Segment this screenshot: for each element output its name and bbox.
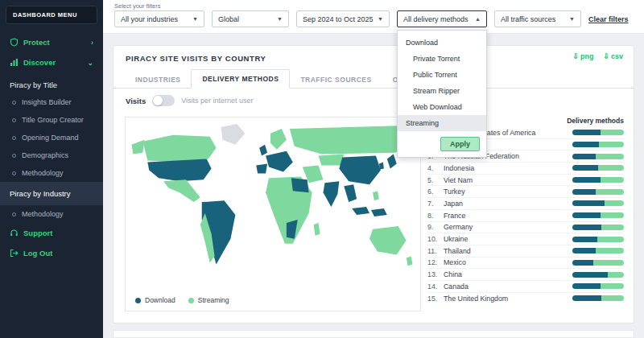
- country-name: Viet Nam: [444, 176, 572, 184]
- visits-toggle-switch[interactable]: [152, 95, 175, 106]
- sidebar-item-methodology-industry[interactable]: Methodology: [0, 205, 103, 223]
- legend-label: Streaming: [198, 296, 229, 304]
- delivery-methods-filter-dropdown[interactable]: All delivery methods ▲: [397, 10, 487, 27]
- download-csv-link[interactable]: ⇩ csv: [603, 52, 623, 60]
- rank-number: 9.: [427, 223, 444, 231]
- chevron-up-icon: ▲: [475, 16, 481, 22]
- country-rank-row[interactable]: 9. Germany: [427, 222, 624, 234]
- sidebar-item-support[interactable]: Support: [0, 223, 103, 243]
- country-rank-row[interactable]: 7. Japan: [427, 198, 624, 210]
- bar-chart-icon: [10, 58, 19, 67]
- country-name: Ukraine: [444, 235, 572, 243]
- download-bar-segment: [572, 130, 601, 135]
- country-rank-row[interactable]: 4. Indonesia: [427, 163, 624, 175]
- sidebar-item-label: Demographics: [22, 151, 68, 159]
- delivery-methods-bar: [572, 260, 624, 266]
- streaming-bar-segment: [601, 130, 624, 135]
- country-name: Mexico: [444, 258, 572, 266]
- country-rank-row[interactable]: 15. The United Kingdom: [427, 293, 624, 305]
- download-legend-dot: [135, 298, 141, 303]
- download-png-link[interactable]: ⇩ png: [572, 52, 593, 60]
- sidebar-item-opening-demand[interactable]: Opening Demand: [0, 129, 103, 146]
- apply-button[interactable]: Apply: [440, 137, 480, 151]
- clear-filters-link[interactable]: Clear filters: [588, 15, 629, 23]
- streaming-bar-segment: [596, 154, 624, 159]
- sidebar-item-methodology-title[interactable]: Methodology: [0, 164, 103, 182]
- delivery-methods-bar: [572, 130, 624, 135]
- streaming-bar-segment: [601, 212, 624, 218]
- menu-option-private-torrent[interactable]: Private Torrent: [398, 51, 486, 67]
- menu-option-stream-ripper[interactable]: Stream Ripper: [398, 83, 486, 99]
- country-name: Thailand: [444, 247, 572, 255]
- rank-number: 12.: [427, 258, 444, 266]
- delivery-methods-bar: [572, 272, 624, 278]
- sidebar-item-piracy-by-industry[interactable]: Piracy by Industry: [0, 182, 103, 205]
- country-name: China: [444, 270, 572, 278]
- dropdown-value: All traffic sources: [501, 15, 555, 23]
- sidebar-item-insights-builder[interactable]: Insights Builder: [0, 93, 103, 111]
- tab-delivery-methods[interactable]: DELIVERY METHODS: [191, 69, 290, 89]
- menu-option-public-torrent[interactable]: Public Torrent: [398, 67, 486, 83]
- country-rank-row[interactable]: 14. Canada: [427, 281, 624, 293]
- traffic-sources-filter-dropdown[interactable]: All traffic sources ▼: [494, 10, 581, 27]
- rank-number: 11.: [427, 247, 444, 255]
- panel-title: PIRACY SITE VISITS BY COUNTRY: [126, 54, 266, 63]
- sidebar-item-protect[interactable]: Protect ›: [0, 32, 103, 52]
- rank-number: 10.: [427, 235, 444, 243]
- dropdown-value: All delivery methods: [403, 15, 469, 23]
- download-bar-segment: [572, 142, 599, 147]
- bullet-icon: [12, 136, 16, 140]
- sidebar: DASHBOARD MENU Protect › Discover ⌄ Pira…: [0, 0, 103, 338]
- streaming-bar-segment: [601, 225, 624, 230]
- country-rank-row[interactable]: 6. Turkey: [427, 186, 624, 198]
- streaming-bar-segment: [608, 272, 624, 278]
- visits-label: Visits: [126, 97, 146, 105]
- sidebar-item-label: Methodology: [22, 210, 64, 218]
- delivery-methods-bar: [572, 177, 624, 183]
- country-rank-row[interactable]: 11. Thailand: [427, 245, 624, 258]
- streaming-bar-segment: [605, 200, 624, 206]
- menu-option-web-download[interactable]: Web Download: [398, 99, 486, 115]
- rank-number: 5.: [427, 176, 444, 184]
- sidebar-item-demographics[interactable]: Demographics: [0, 146, 103, 164]
- streaming-bar-segment: [598, 165, 624, 171]
- download-bar-segment: [572, 165, 598, 171]
- sidebar-item-log-out[interactable]: Log Out: [0, 243, 103, 263]
- sidebar-item-label: Opening Demand: [22, 134, 79, 142]
- country-name: The United Kingdom: [444, 295, 572, 303]
- visits-per-user-label: Visits per internet user: [181, 97, 253, 105]
- country-rank-row[interactable]: 8. France: [427, 210, 624, 222]
- dropdown-value: All your industries: [121, 15, 178, 23]
- delivery-methods-bar: [572, 295, 624, 301]
- bullet-icon: [12, 171, 16, 175]
- country-rank-row[interactable]: 5. Viet Nam: [427, 175, 624, 187]
- dropdown-value: Sep 2024 to Oct 2025: [303, 15, 374, 23]
- dropdown-value: Global: [218, 15, 239, 23]
- chevron-right-icon: ›: [91, 39, 93, 47]
- download-icon: ⇩: [603, 52, 609, 60]
- chevron-down-icon: ▼: [277, 16, 283, 22]
- country-rank-row[interactable]: 13. China: [427, 269, 624, 281]
- country-rank-row[interactable]: 10. Ukraine: [427, 233, 624, 245]
- rank-number: 14.: [427, 282, 444, 291]
- tab-industries[interactable]: INDUSTRIES: [125, 71, 191, 89]
- sidebar-item-title-group-creator[interactable]: Title Group Creator: [0, 111, 103, 129]
- country-rank-row[interactable]: 12. Mexico: [427, 258, 624, 270]
- rank-number: 13.: [427, 270, 444, 278]
- legend-item-download: Download: [135, 296, 175, 304]
- region-filter-dropdown[interactable]: Global ▼: [212, 10, 289, 27]
- download-icon: ⇩: [572, 52, 579, 60]
- chevron-down-icon: ▼: [192, 16, 198, 22]
- industries-filter-dropdown[interactable]: All your industries ▼: [114, 10, 204, 27]
- toggle-knob: [153, 96, 163, 105]
- sidebar-item-discover[interactable]: Discover ⌄: [0, 52, 103, 72]
- world-map-choropleth[interactable]: Download Streaming: [125, 117, 421, 311]
- menu-group-download[interactable]: Download: [398, 35, 486, 51]
- menu-option-streaming[interactable]: Streaming: [398, 115, 486, 131]
- export-links: ⇩ png ⇩ csv: [572, 52, 623, 60]
- delivery-methods-bar: [572, 237, 624, 242]
- visits-toggle-row: Visits Visits per internet user: [126, 95, 254, 106]
- tab-traffic-sources[interactable]: TRAFFIC SOURCES: [290, 71, 382, 89]
- chevron-down-icon: ▼: [569, 16, 575, 22]
- date-range-filter-dropdown[interactable]: Sep 2024 to Oct 2025 ▼: [296, 10, 390, 27]
